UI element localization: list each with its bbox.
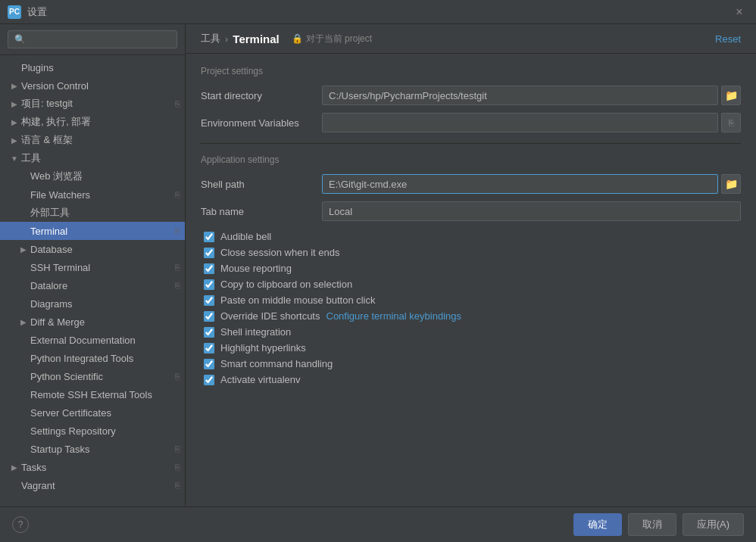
checkbox-row-activate-virtualenv: Activate virtualenv bbox=[204, 372, 741, 388]
sidebar-item-remote-ssh-external-tools[interactable]: Remote SSH External Tools bbox=[0, 385, 185, 403]
tab-name-label: Tab name bbox=[201, 206, 322, 217]
tab-name-input[interactable] bbox=[322, 201, 741, 221]
checkbox-link-override-ide-shortcuts[interactable]: Configure terminal keybindings bbox=[326, 310, 461, 322]
sidebar-item-diagrams[interactable]: Diagrams bbox=[0, 294, 185, 313]
copy-icon-project-testgit: ⎘ bbox=[175, 99, 180, 108]
ok-button[interactable]: 确定 bbox=[573, 513, 622, 536]
copy-icon-tasks: ⎘ bbox=[175, 463, 180, 472]
checkbox-shell-integration[interactable] bbox=[204, 327, 214, 338]
sidebar-item-datalore[interactable]: Datalore⎘ bbox=[0, 276, 185, 294]
panel-header: 工具 › Terminal 🔒 对于当前 project Reset bbox=[186, 24, 756, 54]
sidebar-item-tasks[interactable]: ▶Tasks⎘ bbox=[0, 458, 185, 476]
sidebar-item-python-integrated-tools[interactable]: Python Integrated Tools bbox=[0, 349, 185, 367]
sidebar-item-vagrant[interactable]: Vagrant⎘ bbox=[0, 476, 185, 494]
cancel-button[interactable]: 取消 bbox=[628, 513, 676, 536]
env-vars-input[interactable] bbox=[322, 113, 718, 132]
sidebar-item-external-tools[interactable]: 外部工具 bbox=[0, 204, 185, 222]
start-directory-browse-button[interactable]: 📁 bbox=[721, 86, 741, 105]
sidebar-item-file-watchers[interactable]: File Watchers⎘ bbox=[0, 185, 185, 204]
sidebar-item-label-ssh-terminal: SSH Terminal bbox=[30, 262, 90, 273]
tree-arrow-diff-merge: ▶ bbox=[18, 316, 29, 327]
checkbox-activate-virtualenv[interactable] bbox=[204, 375, 214, 385]
sidebar-item-diff-merge[interactable]: ▶Diff & Merge bbox=[0, 313, 185, 331]
sidebar-item-plugins[interactable]: Plugins bbox=[0, 58, 185, 76]
checkbox-highlight-hyperlinks[interactable] bbox=[204, 343, 214, 354]
sidebar-item-label-external-documentation: External Documentation bbox=[30, 335, 136, 346]
checkbox-label-highlight-hyperlinks: Highlight hyperlinks bbox=[220, 342, 306, 354]
breadcrumb: 工具 › Terminal bbox=[201, 32, 280, 45]
checkbox-audible-bell[interactable] bbox=[204, 232, 214, 242]
help-button[interactable]: ? bbox=[12, 516, 29, 533]
checkbox-mouse-reporting[interactable] bbox=[204, 263, 214, 274]
tab-name-row: Tab name bbox=[201, 201, 741, 221]
env-vars-label: Environment Variables bbox=[201, 117, 322, 129]
sidebar-item-ssh-terminal[interactable]: SSH Terminal⎘ bbox=[0, 258, 185, 276]
checkbox-row-close-session: Close session when it ends bbox=[204, 245, 741, 260]
checkbox-label-paste-middle-mouse: Paste on middle mouse button click bbox=[220, 294, 376, 306]
checkbox-smart-command-handling[interactable] bbox=[204, 359, 214, 369]
checkbox-paste-middle-mouse[interactable] bbox=[204, 295, 214, 306]
sidebar-item-label-python-scientific: Python Scientific bbox=[30, 371, 103, 382]
sidebar-item-startup-tasks[interactable]: Startup Tasks⎘ bbox=[0, 440, 185, 458]
footer-left: ? bbox=[12, 516, 29, 533]
checkbox-close-session[interactable] bbox=[204, 248, 214, 258]
copy-icon-file-watchers: ⎘ bbox=[175, 190, 180, 199]
sidebar-item-lang-framework[interactable]: ▶语言 & 框架 bbox=[0, 131, 185, 149]
sidebar-item-tools[interactable]: ▼工具 bbox=[0, 149, 185, 167]
sidebar-item-label-project-testgit: 项目: testgit bbox=[21, 97, 73, 111]
start-directory-label: Start directory bbox=[201, 90, 322, 101]
shell-path-field: 📁 bbox=[322, 174, 741, 194]
app-icon: PC bbox=[8, 5, 21, 19]
checkbox-label-override-ide-shortcuts: Override IDE shortcuts bbox=[220, 310, 320, 322]
close-button[interactable]: × bbox=[730, 3, 748, 21]
sidebar-item-version-control[interactable]: ▶Version Control bbox=[0, 76, 185, 95]
checkbox-override-ide-shortcuts[interactable] bbox=[204, 311, 214, 322]
apply-button[interactable]: 应用(A) bbox=[683, 513, 744, 536]
start-directory-row: Start directory 📁 bbox=[201, 86, 741, 105]
sidebar-item-label-diagrams: Diagrams bbox=[30, 298, 73, 310]
sidebar-item-server-certificates[interactable]: Server Certificates bbox=[0, 403, 185, 422]
start-directory-input[interactable] bbox=[322, 86, 718, 105]
tree-arrow-version-control: ▶ bbox=[9, 80, 20, 91]
tree-arrow-project-testgit: ▶ bbox=[9, 98, 20, 109]
tree-arrow-build-run: ▶ bbox=[9, 117, 20, 127]
sidebar-item-label-remote-ssh-external-tools: Remote SSH External Tools bbox=[30, 389, 152, 400]
sidebar-item-database[interactable]: ▶Database bbox=[0, 240, 185, 258]
env-vars-row: Environment Variables ⎘ bbox=[201, 113, 741, 132]
project-note: 🔒 对于当前 project bbox=[292, 33, 372, 45]
footer: ? 确定 取消 应用(A) bbox=[0, 506, 756, 542]
sidebar-item-project-testgit[interactable]: ▶项目: testgit⎘ bbox=[0, 95, 185, 113]
checkbox-copy-clipboard[interactable] bbox=[204, 279, 214, 290]
checkbox-label-smart-command-handling: Smart command handling bbox=[220, 358, 333, 369]
sidebar-item-terminal[interactable]: Terminal⎘ bbox=[0, 222, 185, 240]
sidebar-item-python-scientific[interactable]: Python Scientific⎘ bbox=[0, 367, 185, 385]
checkbox-row-override-ide-shortcuts: Override IDE shortcutsConfigure terminal… bbox=[204, 308, 741, 324]
shell-path-row: Shell path 📁 bbox=[201, 174, 741, 194]
sidebar-item-build-run[interactable]: ▶构建, 执行, 部署 bbox=[0, 113, 185, 131]
search-input[interactable] bbox=[8, 30, 177, 48]
checkbox-label-mouse-reporting: Mouse reporting bbox=[220, 263, 292, 274]
folder-icon: 📁 bbox=[725, 89, 738, 101]
checkbox-row-paste-middle-mouse: Paste on middle mouse button click bbox=[204, 292, 741, 308]
breadcrumb-current: Terminal bbox=[233, 33, 279, 45]
reset-button[interactable]: Reset bbox=[715, 33, 741, 45]
sidebar-item-web-browser[interactable]: Web 浏览器 bbox=[0, 167, 185, 185]
breadcrumb-separator: › bbox=[225, 33, 228, 45]
divider-1 bbox=[201, 143, 741, 144]
sidebar-item-label-external-tools: 外部工具 bbox=[30, 206, 70, 220]
shell-path-input[interactable] bbox=[322, 174, 718, 194]
shell-path-browse-button[interactable]: 📁 bbox=[721, 174, 741, 194]
copy-icon-ssh-terminal: ⎘ bbox=[175, 263, 180, 272]
sidebar-item-label-python-integrated-tools: Python Integrated Tools bbox=[30, 353, 133, 364]
sidebar-item-settings-repository[interactable]: Settings Repository bbox=[0, 422, 185, 440]
sidebar-item-label-terminal: Terminal bbox=[30, 226, 67, 237]
sidebar-item-label-database: Database bbox=[30, 244, 73, 255]
panel-body: Project settings Start directory 📁 Envir… bbox=[186, 54, 756, 506]
tree-arrow-tasks: ▶ bbox=[9, 462, 20, 472]
checkbox-row-mouse-reporting: Mouse reporting bbox=[204, 260, 741, 276]
checkbox-row-shell-integration: Shell integration bbox=[204, 324, 741, 340]
search-box bbox=[0, 24, 185, 55]
env-vars-copy-button[interactable]: ⎘ bbox=[721, 113, 741, 132]
sidebar-item-external-documentation[interactable]: External Documentation bbox=[0, 331, 185, 349]
copy-icon-terminal: ⎘ bbox=[175, 226, 180, 235]
